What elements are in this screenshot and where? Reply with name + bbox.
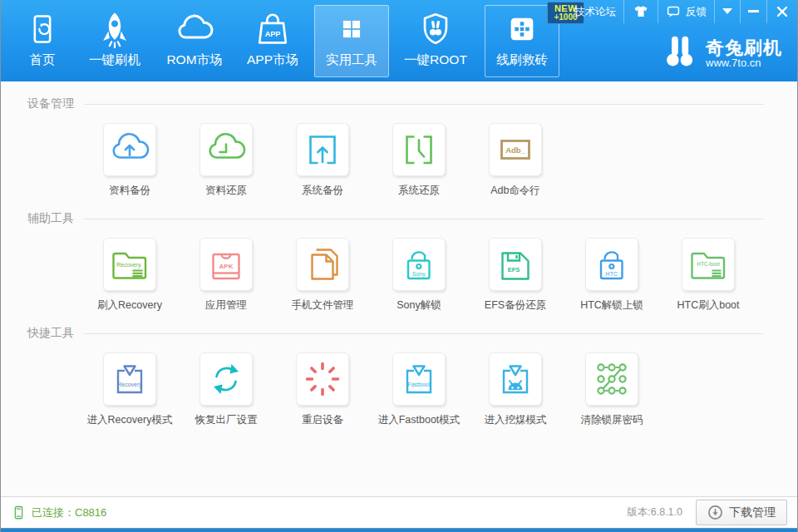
menu-dropdown-button[interactable]	[715, 0, 740, 23]
main-content: 设备管理 资料备份 资料还原 系统备份 系统还原	[1, 81, 797, 496]
documents-icon	[301, 243, 344, 286]
tile-htc-unlock[interactable]: HTC HTC解锁上锁	[564, 238, 660, 313]
tab-utilities-label: 实用工具	[326, 52, 377, 69]
tile-factory-reset[interactable]: 恢复出厂设置	[178, 352, 274, 427]
svg-text:EFS: EFS	[508, 266, 520, 273]
close-icon	[777, 7, 787, 17]
apk-box-icon: APK	[204, 243, 248, 286]
svg-text:HTC-boot: HTC-boot	[697, 261, 720, 267]
section-title: 辅助工具	[27, 211, 74, 226]
tile-sony-unlock[interactable]: Sony Sony解锁	[371, 238, 467, 313]
tab-rom-market-label: ROM市场	[166, 52, 222, 69]
tile-adb-commandline[interactable]: Adb_ Adb命令行	[467, 123, 564, 198]
connection-text: 已连接：C8816	[32, 505, 106, 520]
system-restore-icon	[397, 128, 441, 171]
tab-home[interactable]: 首页	[17, 5, 68, 77]
close-button[interactable]	[767, 0, 797, 23]
logo-url: www.7to.cn	[706, 57, 782, 69]
window-bottom-border	[1, 528, 797, 532]
tile-enter-download-mode[interactable]: 进入挖煤模式	[467, 352, 564, 427]
feedback-label: 反馈	[686, 5, 707, 19]
cloud-icon	[175, 6, 214, 52]
tab-oneclick-root[interactable]: 一键ROOT	[397, 5, 474, 77]
app-logo: 奇兔刷机 www.7to.cn	[663, 33, 782, 73]
restart-spinner-icon	[301, 357, 344, 401]
forum-link[interactable]: 技术论坛	[567, 0, 623, 23]
tshirt-icon	[632, 2, 650, 21]
factory-reset-icon	[204, 357, 248, 401]
speech-bubble-icon	[666, 4, 681, 19]
download-manager-label: 下载管理	[729, 505, 776, 520]
system-backup-icon	[301, 128, 344, 171]
section-quick-tools: 快捷工具 Recovery 进入Recovery模式 恢复出厂设置 重启设备 F…	[1, 313, 797, 427]
section-divider	[84, 104, 764, 105]
efs-floppy-icon: EFS	[494, 243, 537, 286]
recovery-folder-icon: Recovery	[108, 243, 151, 286]
version-text: 版本:6.8.1.0	[627, 505, 682, 520]
connection-status: 已连接：C8816	[12, 505, 106, 521]
tab-rom-market[interactable]: ROM市场	[156, 5, 233, 77]
pattern-lock-icon	[590, 357, 633, 401]
fastboot-mode-icon: Fastboot	[397, 357, 441, 401]
rocket-icon	[96, 6, 134, 52]
tile-flash-recovery[interactable]: Recovery 刷入Recovery	[81, 238, 178, 313]
download-manager-button[interactable]: 下载管理	[696, 500, 787, 525]
svg-text:Adb_: Adb_	[505, 145, 525, 155]
tile-restart-device[interactable]: 重启设备	[274, 352, 371, 427]
svg-text:Sony: Sony	[412, 271, 426, 278]
tile-htc-flash-boot[interactable]: HTC-boot HTC刷入boot	[660, 238, 756, 313]
grid-tools-icon	[333, 6, 370, 52]
rabbit-logo-icon	[663, 33, 699, 73]
shield-rabbit-icon	[416, 6, 455, 52]
cloud-backup-icon	[108, 128, 151, 171]
tab-oneclick-flash[interactable]: 一键刷机	[78, 5, 151, 77]
app-header: 首页 一键刷机 ROM市场 APP APP市场	[1, 0, 797, 81]
app-window: 首页 一键刷机 ROM市场 APP APP市场	[0, 0, 798, 532]
tile-system-restore[interactable]: 系统还原	[371, 123, 467, 198]
tile-clear-lockscreen-password[interactable]: 清除锁屏密码	[564, 352, 660, 427]
tile-enter-recovery-mode[interactable]: Recovery 进入Recovery模式	[81, 352, 178, 427]
download-icon	[707, 505, 723, 520]
minimize-button[interactable]	[741, 0, 766, 23]
svg-text:APP: APP	[265, 29, 281, 37]
tile-enter-fastboot-mode[interactable]: Fastboot 进入Fastboot模式	[371, 352, 467, 427]
section-divider	[84, 333, 764, 334]
shopping-bag-icon: APP	[254, 6, 292, 52]
recovery-mode-icon: Recovery	[108, 357, 151, 401]
android-download-mode-icon	[494, 357, 537, 401]
section-title: 设备管理	[27, 96, 74, 111]
chevron-down-icon	[722, 8, 732, 15]
status-bar: 已连接：C8816 版本:6.8.1.0 下载管理	[1, 496, 797, 528]
tab-utilities[interactable]: 实用工具	[314, 5, 389, 77]
tab-app-market-label: APP市场	[247, 52, 298, 69]
htc-lock-icon: HTC	[590, 243, 633, 286]
tile-data-restore[interactable]: 资料还原	[178, 123, 274, 198]
tab-oneclick-flash-label: 一键刷机	[89, 52, 140, 69]
svg-text:Recovery: Recovery	[116, 262, 141, 268]
svg-text:HTC: HTC	[606, 271, 618, 277]
tab-home-label: 首页	[30, 52, 56, 69]
section-title: 快捷工具	[27, 326, 74, 341]
main-nav: 首页 一键刷机 ROM市场 APP APP市场	[1, 5, 559, 77]
section-auxiliary-tools: 辅助工具 Recovery 刷入Recovery APK 应用管理 手机文件管理…	[1, 198, 797, 313]
phone-refresh-icon	[24, 6, 61, 52]
sony-lock-icon: Sony	[397, 243, 441, 286]
tile-data-backup[interactable]: 资料备份	[81, 123, 178, 198]
htc-boot-folder-icon: HTC-boot	[687, 243, 730, 286]
tab-brick-rescue-label: 线刷救砖	[496, 52, 548, 69]
tile-system-backup[interactable]: 系统备份	[274, 123, 371, 198]
skin-button[interactable]	[624, 0, 658, 23]
tile-phone-file-manager[interactable]: 手机文件管理	[274, 238, 371, 313]
tile-app-management[interactable]: APK 应用管理	[178, 238, 274, 313]
section-device-management: 设备管理 资料备份 资料还原 系统备份 系统还原	[1, 83, 797, 198]
minimize-icon	[748, 10, 759, 13]
tab-oneclick-root-label: 一键ROOT	[404, 52, 467, 69]
svg-text:APK: APK	[219, 263, 234, 270]
phone-connected-icon	[12, 505, 25, 521]
svg-text:Recovery: Recovery	[117, 382, 142, 388]
feedback-button[interactable]: 反馈	[658, 0, 714, 23]
svg-text:Fastboot: Fastboot	[407, 382, 430, 387]
tile-efs-backup-restore[interactable]: EFS EFS备份还原	[467, 238, 564, 313]
logo-title: 奇兔刷机	[706, 38, 782, 57]
tab-app-market[interactable]: APP APP市场	[236, 5, 309, 77]
